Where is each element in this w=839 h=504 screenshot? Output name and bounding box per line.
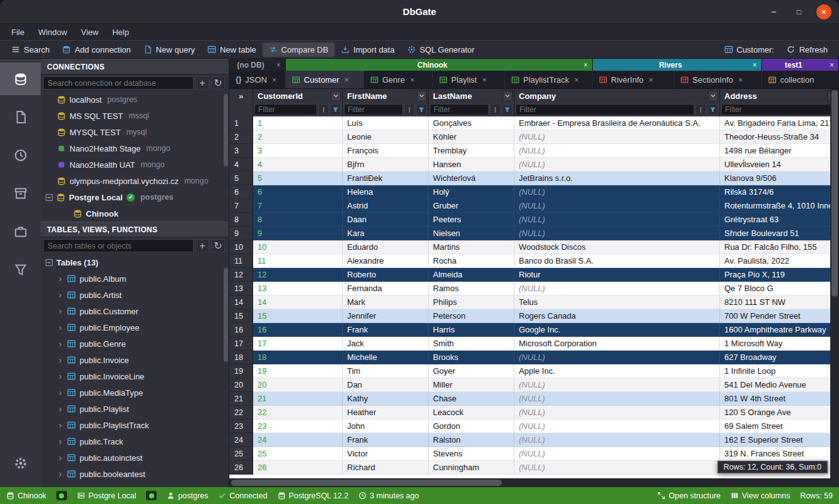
vscroll-thumb[interactable] — [831, 90, 838, 297]
cell[interactable]: François — [343, 144, 429, 158]
add-connection-plus-button[interactable]: + — [195, 76, 209, 90]
cell[interactable]: 22 — [253, 406, 343, 419]
cell[interactable]: Ullevĺlsveien 14 — [720, 158, 839, 172]
filter-input-firstname[interactable] — [344, 104, 403, 115]
table-row[interactable]: 11LuísGonçalvesEmbraer - Empresa Brasile… — [229, 116, 839, 130]
cell[interactable]: Tremblay — [429, 144, 514, 158]
cell[interactable]: 14 — [253, 296, 343, 309]
cell[interactable]: 24 — [253, 433, 343, 447]
cell[interactable]: 19 — [253, 364, 343, 378]
tab-genre[interactable]: Genre× — [364, 71, 433, 88]
table-item-public-mediatype[interactable]: ›public.MediaType — [41, 384, 229, 401]
filter-funnel-button[interactable] — [502, 104, 513, 115]
table-row[interactable]: 1515JenniferPetersonRogers Canada700 W P… — [229, 309, 839, 323]
chevron-right-icon[interactable]: › — [57, 371, 63, 381]
connection-item-olympus-medportal-vychozi-cz[interactable]: olympus-medportal.vychozi.czmongo — [41, 173, 229, 189]
cell[interactable]: Roberto — [343, 268, 429, 282]
row-number[interactable]: 15 — [229, 309, 253, 323]
chevron-right-icon[interactable]: › — [57, 322, 63, 332]
tab-group-chinook[interactable]: Chinook× — [286, 59, 593, 71]
row-number[interactable]: 17 — [229, 337, 253, 351]
table-row[interactable]: 2222HeatherLeacock(NULL)120 S Orange Ave — [229, 406, 839, 419]
filter-menu-button[interactable] — [404, 104, 415, 115]
tables-refresh-button[interactable]: ↻ — [211, 239, 225, 252]
statusbar-chinook[interactable]: Chinook — [6, 491, 46, 500]
cell[interactable]: 9 — [253, 227, 343, 240]
toolbar-new-query-button[interactable]: New query — [137, 43, 201, 57]
collapse-icon[interactable]: − — [46, 259, 53, 266]
cell[interactable]: Frank — [343, 323, 429, 337]
cell[interactable]: Dan — [343, 378, 429, 392]
cell[interactable]: 2 — [253, 130, 343, 144]
sidebar-database-button[interactable] — [0, 63, 41, 95]
cell[interactable]: Goyer — [429, 364, 514, 378]
table-item-public-employee[interactable]: ›public.Employee — [41, 319, 229, 336]
cell[interactable]: Ramos — [429, 282, 514, 296]
chevron-right-icon[interactable]: › — [57, 355, 63, 365]
cell[interactable]: 11 — [253, 254, 343, 268]
filter-input-address[interactable] — [721, 104, 837, 115]
connection-item-localhost[interactable]: localhostpostgres — [41, 91, 229, 108]
cell[interactable]: Av. Brigadeiro Faria Lima, 2170 — [720, 116, 839, 130]
table-row[interactable]: 1111AlexandreRochaBanco do Brasil S.A.Av… — [229, 254, 839, 268]
cell[interactable]: Heather — [343, 406, 429, 419]
table-row[interactable]: 1919TimGoyerApple Inc.1 Infinite Loop — [229, 364, 839, 378]
cell[interactable]: Leacock — [429, 406, 514, 419]
table-row[interactable]: 99KaraNielsen(NULL)Sřnder Boulevard 51 — [229, 227, 839, 240]
cell[interactable]: Almeida — [429, 268, 514, 282]
cell[interactable]: 1498 rue Bélanger — [720, 144, 839, 158]
cell[interactable]: Jennifer — [343, 309, 429, 323]
table-item-public-playlist[interactable]: ›public.Playlist — [41, 401, 229, 417]
row-number[interactable]: 14 — [229, 296, 253, 309]
cell[interactable]: 13 — [253, 282, 343, 296]
chevron-right-icon[interactable]: › — [57, 436, 63, 446]
table-row[interactable]: 66HelenaHolý(NULL)Rilská 3174/6 — [229, 185, 839, 199]
cell[interactable]: Chase — [429, 392, 514, 406]
cell[interactable]: (NULL) — [514, 406, 720, 419]
cell[interactable]: Helena — [343, 185, 429, 199]
statusbar-postgres[interactable]: postgres — [167, 491, 208, 500]
cell[interactable]: Praça Pio X, 119 — [720, 268, 839, 282]
row-number[interactable]: 5 — [229, 172, 253, 185]
cell[interactable]: (NULL) — [514, 282, 720, 296]
close-icon[interactable]: × — [272, 75, 277, 85]
chevron-right-icon[interactable]: › — [57, 420, 63, 430]
minimize-button[interactable]: − — [766, 4, 781, 19]
cell[interactable]: Bjřrn — [343, 158, 429, 172]
table-item-public-track[interactable]: ›public.Track — [41, 433, 229, 450]
cell[interactable]: Brooks — [429, 351, 514, 364]
sidebar-clock-button[interactable] — [0, 139, 41, 172]
cell[interactable]: Stevens — [429, 447, 514, 461]
row-number[interactable]: 1 — [229, 116, 253, 130]
cell[interactable]: Ralston — [429, 433, 514, 447]
close-icon[interactable]: × — [344, 75, 349, 85]
statusbar-postgresql-12-2[interactable]: PostgreSQL 12.2 — [278, 491, 348, 500]
statusbar-3-minutes-ago[interactable]: 3 minutes ago — [358, 491, 419, 500]
table-row[interactable]: 22LeonieKöhler(NULL)Theodor-Heuss-Straße… — [229, 130, 839, 144]
cell[interactable]: Mark — [343, 296, 429, 309]
toolbar-add-connection-button[interactable]: Add connection — [56, 43, 137, 57]
toolbar-new-table-button[interactable]: New table — [201, 43, 263, 57]
sidebar-briefcase-button[interactable] — [0, 215, 41, 248]
cell[interactable]: Cunningham — [429, 461, 514, 475]
cell[interactable]: Jack — [343, 337, 429, 351]
cell[interactable]: (NULL) — [514, 130, 720, 144]
connection-item-nano2health-stage[interactable]: Nano2Health Stagemongo — [41, 140, 229, 157]
cell[interactable]: (NULL) — [514, 199, 720, 213]
chevron-right-icon[interactable]: › — [57, 469, 63, 479]
cell[interactable]: (NULL) — [514, 213, 720, 227]
collapse-icon[interactable]: − — [46, 194, 53, 201]
tab-group-no-db[interactable]: (no DB)× — [229, 59, 286, 71]
cell[interactable]: Embraer - Empresa Brasileira de Aeronáut… — [514, 116, 720, 130]
cell[interactable]: 26 — [253, 461, 343, 475]
grid-corner-button[interactable]: » — [229, 89, 253, 103]
row-number[interactable]: 8 — [229, 213, 253, 227]
filter-input-lastname[interactable] — [430, 104, 489, 115]
cell[interactable]: 21 — [253, 392, 343, 406]
row-number[interactable]: 9 — [229, 227, 253, 240]
table-row[interactable]: 2424FrankRalston(NULL)162 E Superior Str… — [229, 433, 839, 447]
cell[interactable]: (NULL) — [514, 447, 720, 461]
connections-refresh-button[interactable]: ↻ — [211, 76, 225, 90]
cell[interactable]: 4 — [253, 158, 343, 172]
close-icon[interactable]: × — [579, 61, 592, 69]
